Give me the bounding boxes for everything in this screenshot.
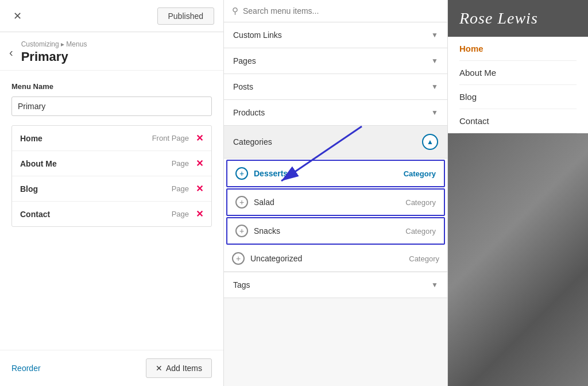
add-desserts-button[interactable]: + — [235, 167, 248, 180]
add-items-label: Add Items — [166, 364, 202, 373]
menu-item-type: Page — [172, 184, 189, 193]
tags-accordion: Tags ▼ — [224, 272, 447, 298]
products-label: Products — [233, 108, 265, 117]
remove-home-button[interactable]: ✕ — [196, 133, 203, 144]
table-row: About Me Page ✕ — [12, 151, 211, 176]
add-items-button[interactable]: ✕ Add Items — [146, 358, 212, 378]
sub-header: ‹ Customizing ▸ Menus Primary — [0, 32, 223, 71]
remove-aboutme-button[interactable]: ✕ — [196, 158, 203, 169]
table-row: Contact Page ✕ — [12, 202, 211, 226]
chevron-down-icon: ▼ — [431, 83, 438, 91]
add-salad-button[interactable]: + — [235, 196, 248, 209]
nav-item-contact: Contact — [459, 109, 577, 133]
breadcrumb-text: Customizing ▸ Menus — [21, 40, 87, 48]
category-type: Category — [409, 254, 439, 263]
plus-icon: ✕ — [156, 364, 163, 373]
back-arrow-button[interactable]: ‹ — [9, 46, 13, 59]
chevron-down-icon: ▼ — [431, 31, 438, 39]
categories-header[interactable]: Categories ▲ — [224, 126, 447, 158]
menu-name-input[interactable] — [11, 96, 212, 116]
menu-item-name: Blog — [20, 184, 38, 194]
chevron-down-icon: ▼ — [431, 281, 438, 289]
reorder-link[interactable]: Reorder — [11, 364, 41, 373]
category-name: Desserts — [254, 169, 398, 178]
close-button[interactable]: ✕ — [9, 8, 25, 24]
posts-label: Posts — [233, 82, 253, 91]
tags-label: Tags — [233, 280, 250, 290]
menu-item-name: About Me — [20, 159, 57, 168]
custom-links-accordion: Custom Links ▼ — [224, 22, 447, 48]
menu-name-label: Menu Name — [11, 82, 212, 91]
posts-accordion: Posts ▼ — [224, 74, 447, 100]
category-name: Uncategorized — [250, 254, 403, 263]
footer-actions: Reorder ✕ Add Items — [0, 350, 223, 386]
table-row: Home Front Page ✕ — [12, 126, 211, 151]
header-bar: ✕ Published — [0, 0, 223, 32]
search-input[interactable] — [243, 6, 439, 16]
categories-section: Categories ▲ + Desserts Category + Salad… — [224, 126, 447, 272]
right-panel: Rose Lewis Home About Me Blog Contact — [448, 0, 588, 386]
pages-header[interactable]: Pages ▼ — [224, 48, 447, 74]
categories-label: Categories — [233, 137, 272, 146]
search-bar: ⚲ — [224, 0, 447, 22]
preview-header: Rose Lewis — [448, 0, 588, 37]
menu-item-name: Contact — [20, 210, 50, 219]
nav-items: Home About Me Blog Contact — [459, 37, 577, 133]
left-panel: ✕ Published ‹ Customizing ▸ Menus Primar… — [0, 0, 224, 386]
list-item: + Snacks Category — [226, 217, 445, 245]
category-name: Snacks — [254, 226, 400, 236]
nav-item-home: Home — [459, 37, 577, 61]
menu-content: Menu Name Home Front Page ✕ About Me Pag… — [0, 71, 223, 350]
menu-items-list: Home Front Page ✕ About Me Page ✕ Blog P… — [11, 125, 212, 227]
remove-blog-button[interactable]: ✕ — [196, 183, 203, 194]
pages-accordion: Pages ▼ — [224, 48, 447, 74]
breadcrumb: Customizing ▸ Menus Primary — [21, 40, 87, 64]
menu-item-right: Page ✕ — [172, 158, 203, 169]
category-type: Category — [405, 227, 436, 236]
preview-nav: Home About Me Blog Contact — [448, 37, 588, 133]
search-icon: ⚲ — [232, 6, 238, 16]
products-header[interactable]: Products ▼ — [224, 100, 447, 125]
list-item: + Salad Category — [226, 188, 445, 216]
table-row: Blog Page ✕ — [12, 176, 211, 202]
published-button[interactable]: Published — [157, 7, 215, 25]
nav-item-blog: Blog — [459, 85, 577, 109]
menu-item-type: Front Page — [152, 134, 189, 142]
menu-item-right: Page ✕ — [172, 183, 203, 194]
list-item: + Desserts Category — [226, 160, 445, 187]
category-name: Salad — [254, 198, 400, 207]
preview-image — [448, 133, 588, 386]
category-list: + Desserts Category + Salad Category + S… — [224, 158, 447, 272]
nav-item-aboutme: About Me — [459, 61, 577, 85]
custom-links-header[interactable]: Custom Links ▼ — [224, 22, 447, 48]
pages-label: Pages — [233, 56, 256, 65]
breadcrumb-title: Primary — [21, 49, 87, 64]
remove-contact-button[interactable]: ✕ — [196, 209, 203, 219]
category-type: Category — [404, 169, 436, 178]
menu-item-name: Home — [20, 134, 42, 143]
tags-header[interactable]: Tags ▼ — [224, 272, 447, 298]
add-snacks-button[interactable]: + — [235, 225, 248, 237]
menu-item-right: Page ✕ — [172, 209, 203, 219]
custom-links-label: Custom Links — [233, 30, 282, 40]
categories-collapse-button[interactable]: ▲ — [422, 134, 438, 150]
menu-item-type: Page — [172, 159, 189, 168]
menu-item-type: Page — [172, 210, 189, 218]
category-type: Category — [405, 198, 436, 207]
menu-item-right: Front Page ✕ — [152, 133, 203, 144]
posts-header[interactable]: Posts ▼ — [224, 74, 447, 99]
list-item: + Uncategorized Category — [224, 246, 447, 272]
chevron-down-icon: ▼ — [431, 109, 438, 117]
middle-panel: ⚲ Custom Links ▼ Pages ▼ Posts ▼ Product… — [224, 0, 448, 386]
products-accordion: Products ▼ — [224, 100, 447, 126]
chevron-down-icon: ▼ — [431, 57, 438, 65]
add-uncategorized-button[interactable]: + — [232, 252, 245, 265]
site-title: Rose Lewis — [459, 9, 538, 28]
